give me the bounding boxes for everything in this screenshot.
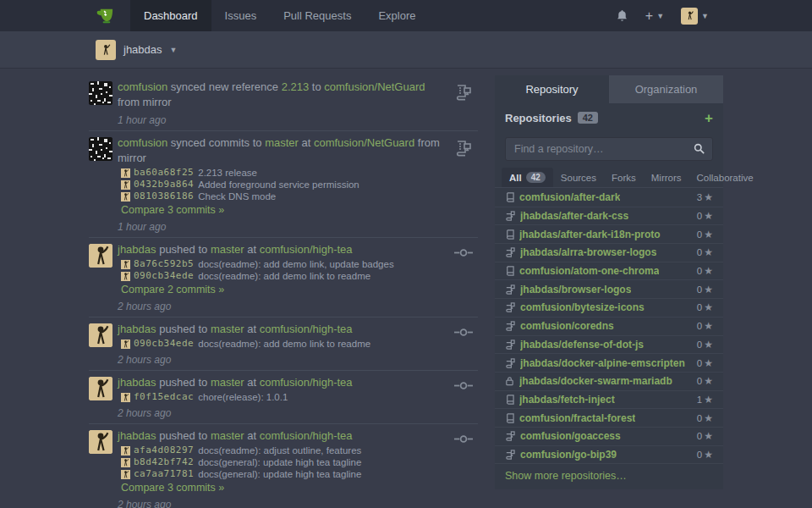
feed-link[interactable]: jhabdas <box>118 376 156 389</box>
repo-link[interactable]: comfusion/coredns <box>520 320 614 332</box>
repo-row[interactable]: jhabdas/alrra-browser-logos 0 ★ <box>495 243 723 262</box>
repo-link[interactable]: jhabdas/browser-logos <box>520 284 631 295</box>
commit-sha-link[interactable]: f0f15edcac <box>134 391 194 403</box>
repo-row[interactable]: comfusion/go-bip39 0 ★ <box>495 445 723 464</box>
repo-row[interactable]: jhabdas/after-dark-i18n-proto 0 ★ <box>495 224 723 243</box>
compare-commits-link[interactable]: Compare 3 commits » <box>121 482 224 494</box>
star-icon: ★ <box>704 229 713 240</box>
context-user-name[interactable]: jhabdas <box>123 43 162 56</box>
commit-sha-link[interactable]: b8d42bf742 <box>134 456 194 468</box>
repo-link[interactable]: jhabdas/docker-alpine-emscripten <box>520 357 685 369</box>
commit-sha-link[interactable]: 8a76c592b5 <box>134 258 194 270</box>
nav-dashboard[interactable]: Dashboard <box>130 0 211 31</box>
repo-link[interactable]: jhabdas/fetch-inject <box>519 394 615 406</box>
commit-sha-link[interactable]: 090cb34ede <box>134 338 194 350</box>
commit-sha-link[interactable]: ca7aa71781 <box>134 468 194 480</box>
feed-link[interactable]: comfusion/high-tea <box>260 323 353 335</box>
context-avatar[interactable] <box>96 40 116 60</box>
feed-link[interactable]: master <box>211 376 244 389</box>
feed-link[interactable]: comfusion/NetGuard <box>324 80 425 93</box>
feed-link[interactable]: comfusion/NetGuard <box>314 136 414 149</box>
commit-sha-link[interactable]: afa4d08297 <box>134 444 194 456</box>
feed-link[interactable]: jhabdas <box>118 429 156 442</box>
repo-row[interactable]: comfusion/after-dark 3 ★ <box>495 188 723 207</box>
feed-link[interactable]: master <box>265 136 299 149</box>
feed-link[interactable]: master <box>211 429 244 442</box>
feed-link[interactable]: master <box>211 243 244 256</box>
actor-avatar[interactable] <box>89 137 112 161</box>
filter-forks[interactable]: Forks <box>604 168 644 187</box>
repo-link[interactable]: comfusion/fractal-forest <box>519 412 635 424</box>
filter-sources[interactable]: Sources <box>553 168 604 187</box>
nav-issues[interactable]: Issues <box>211 0 271 31</box>
repositories-count-badge: 42 <box>578 112 598 124</box>
repo-row[interactable]: jhabdas/fetch-inject 1 ★ <box>495 390 723 409</box>
feed-link[interactable]: jhabdas <box>118 323 156 335</box>
search-icon[interactable] <box>694 143 705 154</box>
feed-link[interactable]: comfusion/high-tea <box>260 376 353 389</box>
repo-row[interactable]: comfusion/bytesize-icons 0 ★ <box>495 298 723 317</box>
repo-row[interactable]: comfusion/fractal-forest 0 ★ <box>495 408 723 427</box>
feed-link[interactable]: comfusion <box>118 136 167 149</box>
repo-row[interactable]: comfusion/atom-one-chroma 0 ★ <box>495 262 723 280</box>
commit-author-avatar <box>121 458 130 467</box>
actor-avatar[interactable] <box>89 377 112 400</box>
repo-link[interactable]: comfusion/atom-one-chroma <box>519 265 659 277</box>
commit-line: 090cb34ededocs(readme): add demo link to… <box>121 338 478 350</box>
filter-mirrors[interactable]: Mirrors <box>644 168 689 187</box>
repo-link[interactable]: comfusion/go-bip39 <box>520 449 617 461</box>
feed-link[interactable]: 2.213 <box>282 80 310 93</box>
repo-row[interactable]: jhabdas/docker-alpine-emscripten 0 ★ <box>495 353 723 372</box>
repository-search-input[interactable] <box>505 137 713 161</box>
repo-row[interactable]: comfusion/coredns 0 ★ <box>495 317 723 335</box>
feed-text: synced commits to <box>167 136 265 149</box>
feed-item: jhabdas pushed to master at comfusion/hi… <box>89 318 478 371</box>
repo-row[interactable]: jhabdas/docker-swarm-mariadb 0 ★ <box>495 372 723 390</box>
repo-link[interactable]: jhabdas/after-dark-css <box>520 210 628 222</box>
actor-avatar[interactable] <box>89 244 112 268</box>
chevron-down-icon[interactable]: ▼ <box>170 46 178 54</box>
repo-star-count: 0 ★ <box>697 339 713 351</box>
feed-text: to <box>309 80 324 93</box>
commit-author-avatar <box>121 340 130 349</box>
filter-collaborative[interactable]: Collaborative <box>689 168 761 187</box>
feed-link[interactable]: comfusion/high-tea <box>260 429 353 442</box>
bell-icon[interactable] <box>616 9 628 22</box>
repo-row[interactable]: jhabdas/defense-of-dot-js 0 ★ <box>495 335 723 354</box>
filter-all[interactable]: All 42 <box>502 168 553 187</box>
actor-avatar[interactable] <box>89 323 112 347</box>
commit-sha-link[interactable]: 0432b9a864 <box>134 179 194 190</box>
repo-link[interactable]: jhabdas/after-dark-i18n-proto <box>519 229 661 240</box>
repo-link[interactable]: comfusion/goaccess <box>520 430 621 442</box>
nav-explore[interactable]: Explore <box>365 0 429 31</box>
compare-commits-link[interactable]: Compare 3 commits » <box>121 204 224 217</box>
repo-link[interactable]: jhabdas/alrra-browser-logos <box>520 246 656 258</box>
fork-icon <box>505 247 515 257</box>
add-repository-button[interactable]: + <box>705 111 713 125</box>
create-new-dropdown[interactable]: + ▼ <box>645 9 664 23</box>
repo-star-count: 0 ★ <box>697 320 713 332</box>
tab-organization[interactable]: Organization <box>609 75 723 103</box>
compare-commits-link[interactable]: Compare 2 commits » <box>121 284 224 296</box>
commit-sha-link[interactable]: 090cb34ede <box>134 270 194 282</box>
commit-sha-link[interactable]: 0810386186 <box>134 190 194 202</box>
feed-link[interactable]: comfusion/high-tea <box>260 243 353 256</box>
repo-link[interactable]: jhabdas/defense-of-dot-js <box>520 339 644 351</box>
actor-avatar[interactable] <box>89 430 112 454</box>
tab-repository[interactable]: Repository <box>495 75 609 103</box>
repo-link[interactable]: jhabdas/docker-swarm-mariadb <box>519 375 672 387</box>
commit-sha-link[interactable]: ba60a68f25 <box>134 167 194 179</box>
nav-pull-requests[interactable]: Pull Requests <box>270 0 365 31</box>
repo-link[interactable]: comfusion/bytesize-icons <box>520 301 645 313</box>
user-menu[interactable]: ▼ <box>681 8 709 25</box>
feed-link[interactable]: comfusion <box>118 80 167 93</box>
repo-row[interactable]: comfusion/goaccess 0 ★ <box>495 427 723 445</box>
show-more-repositories-link[interactable]: Show more repositories… <box>495 463 723 489</box>
gitea-logo[interactable] <box>0 0 130 31</box>
repo-link[interactable]: comfusion/after-dark <box>519 191 620 203</box>
feed-link[interactable]: jhabdas <box>118 243 156 256</box>
actor-avatar[interactable] <box>89 81 112 105</box>
repo-row[interactable]: jhabdas/after-dark-css 0 ★ <box>495 207 723 225</box>
feed-link[interactable]: master <box>211 323 244 335</box>
repo-row[interactable]: jhabdas/browser-logos 0 ★ <box>495 279 723 298</box>
